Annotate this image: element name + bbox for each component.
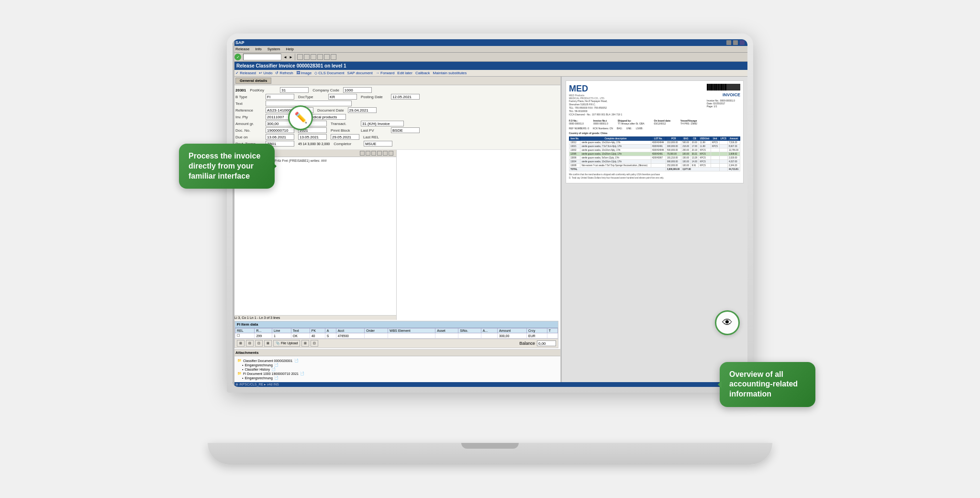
cell-amt-3: 13,756.00	[728, 148, 740, 152]
ref-numbers: REF NUMBERS: 0 KCK Numbers: CN BAG: UNE:…	[569, 127, 740, 130]
invoice-header: MED MED Products MEDICAL PRODUCTS CO., L…	[569, 84, 740, 116]
status-path: ⊕ /KPSC/CLS_RE ▸ v4d INS	[235, 383, 279, 386]
notes-btn-6[interactable]	[389, 151, 393, 156]
notes-btn-2[interactable]	[366, 151, 370, 156]
input-text[interactable]	[266, 101, 352, 106]
val-due-on1: 13.06.2021	[266, 134, 294, 140]
label-btype: B Type	[235, 95, 262, 99]
col-t: T	[547, 328, 557, 333]
cell-unit-6	[711, 160, 719, 164]
bar12	[723, 84, 724, 91]
att-text-3: Classifier History	[245, 368, 270, 371]
menu-info[interactable]: Info	[255, 47, 261, 51]
btn-forward[interactable]: → Forward	[376, 71, 395, 75]
notes-btn-3[interactable]	[371, 151, 376, 156]
cell-slno	[458, 333, 481, 339]
vessel-val: TH PRS: 15892	[680, 122, 697, 125]
list-item: 📁 FI Document 1000 1900000710 2021 📄	[235, 372, 557, 375]
att-text-5: Eingangsrechnung	[245, 376, 272, 380]
btn-refresh[interactable]: ↺ Refresh	[275, 71, 293, 75]
total-amount: 44,713.81	[728, 168, 740, 171]
inv-col-desc: Complete description	[580, 137, 651, 141]
cell-text: OK	[291, 333, 310, 339]
maximize-button[interactable]	[733, 40, 738, 45]
cell-desc-6: sterile gauze swabs, 10x10cm-12ply, 17th	[580, 160, 651, 164]
btn-undo[interactable]: ↩ Undo	[259, 71, 272, 75]
command-input[interactable]	[243, 54, 281, 60]
notes-btn-1[interactable]	[360, 151, 365, 156]
toolbar-arrow[interactable]: ◄	[283, 55, 287, 59]
cell-lot-6	[651, 160, 666, 164]
minimize-button[interactable]	[726, 40, 731, 45]
inv-col-pcr: PCR	[666, 137, 681, 141]
barcode-image	[707, 84, 740, 91]
field-section: 20301 PostKey 31 Company Code 1000 B Typ…	[233, 85, 560, 150]
shipment-by-block: Shipped by: TT Airways after-St. GBA	[618, 119, 645, 125]
cell-cb-3: 20.19	[690, 148, 699, 152]
val-btype: FI	[266, 94, 294, 100]
btn-edit-later[interactable]: Edit later	[397, 71, 412, 75]
ref-num-3: BAG:	[617, 127, 623, 130]
ref-num-4: UNE:	[626, 127, 632, 130]
toolbar-arrow-right[interactable]: ►	[289, 55, 293, 59]
invoice-title-block: INVOICE Invoice No.: 0000-00001.0 Date: …	[707, 84, 740, 108]
fi-table-container: REL R... Line Text PK A Acct Order	[235, 328, 558, 339]
toolbar-btn-4[interactable]	[317, 54, 323, 60]
btn-image[interactable]: 🖼 Image	[296, 71, 312, 75]
cell-usd-2: 11.99	[699, 145, 711, 148]
fi-btn-2[interactable]: ⊟	[246, 340, 254, 347]
cell-lpcs-4	[719, 152, 728, 156]
btn-maintain-substitutes[interactable]: Maintain substitutes	[433, 71, 467, 75]
val-transact: 31 (K/H) Invoice	[361, 121, 404, 126]
col-crcy: Crcy	[527, 328, 547, 333]
toolbar-btn-5[interactable]	[324, 54, 330, 60]
notes-btn-4[interactable]	[377, 151, 382, 156]
cell-amt-5: 2,020.00	[728, 156, 740, 160]
fi-btn-6[interactable]: ⊡	[311, 340, 318, 347]
close-button[interactable]	[740, 40, 745, 45]
invoice-info: Invoice No.: 0000-00001.0 Date: 02/25/20…	[707, 99, 740, 108]
bar10	[720, 84, 720, 91]
toolbar-btn-6[interactable]	[331, 54, 336, 60]
inv-col-item: Item No.	[569, 137, 580, 141]
btn-callback[interactable]: Callback	[415, 71, 430, 75]
toolbar-btn-3[interactable]	[311, 54, 316, 60]
inv-col-lpcs: LPCS	[719, 137, 728, 141]
btn-cls-document[interactable]: ◇ CLS Document	[314, 71, 344, 75]
cell-lot-4: 430043491	[651, 152, 666, 156]
fi-bottom-bar: ⊞ ⊟ ⊡ ⊠ 📎 File Upload ⊞ ⊡ Balance	[235, 339, 558, 348]
label-last-fv: Last FV	[361, 128, 387, 133]
field-row-3: Text	[235, 101, 557, 106]
sap-logo: ✓	[234, 54, 241, 60]
scene: Process the invoice directly from your f…	[179, 34, 801, 464]
tab-general[interactable]: General details	[235, 78, 271, 84]
fi-btn-3[interactable]: ⊡	[255, 340, 263, 347]
toolbar-btn-2[interactable]	[304, 54, 310, 60]
menu-help[interactable]: Help	[286, 47, 293, 51]
cell-amt-7: 2,344.20	[728, 164, 740, 168]
cell-pcr-2: 300,000.00	[666, 145, 681, 148]
bar6	[714, 84, 715, 91]
menu-system[interactable]: System	[267, 47, 280, 51]
cell-lot-3: 430043494K	[651, 148, 666, 152]
toolbar-btn-save[interactable]	[297, 54, 303, 60]
footer-line1: We confirm that the merchandise is shipp…	[569, 173, 740, 177]
on-board-block: On board date: 03/12/0012	[654, 119, 671, 125]
fi-btn-4[interactable]: ⊠	[264, 340, 272, 347]
sap-toolbar: ✓ ◄ ►	[233, 53, 747, 62]
val-due-on3: 29.05.2021	[331, 134, 359, 140]
fi-bottom-buttons: ⊞ ⊟ ⊡ ⊠ 📎 File Upload ⊞ ⊡	[237, 340, 318, 347]
field-row-9: Payt. Terms ZB01 45 14 3,000 30 2,000 Co…	[235, 141, 557, 147]
fi-btn-5[interactable]: ⊞	[301, 340, 309, 347]
fi-file-upload[interactable]: 📎 File Upload	[273, 340, 300, 347]
btn-sap-document[interactable]: SAP document	[347, 71, 373, 75]
sap-action-bar: ✓ Released ↩ Undo ↺ Refresh 🖼 Image ◇ CL…	[233, 70, 747, 77]
att-icon-5: 📄	[274, 376, 278, 380]
menu-release[interactable]: Release	[235, 47, 249, 51]
bar13	[724, 84, 724, 91]
fi-btn-1[interactable]: ⊞	[237, 340, 245, 347]
notes-btn-5[interactable]	[383, 151, 388, 156]
doc-number-value: 20301	[235, 88, 246, 92]
btn-released[interactable]: ✓ Released	[235, 71, 256, 75]
company-logo: MED	[569, 84, 622, 94]
